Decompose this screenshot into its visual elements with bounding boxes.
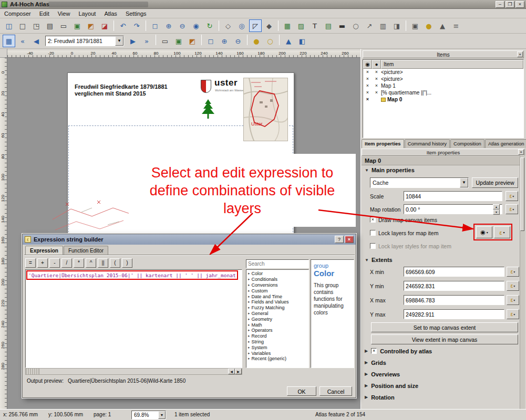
function-group-geometry[interactable]: ▸Geometry [246, 316, 308, 322]
tab-item-properties[interactable]: Item properties [362, 139, 404, 148]
map-rotation-input[interactable] [404, 204, 502, 214]
function-group-system[interactable]: ▸System [246, 344, 308, 350]
operator-button-8[interactable]: ) [122, 258, 132, 268]
item-visibility-toggle[interactable]: × [363, 82, 372, 89]
scroll-right-icon[interactable]: ▶ [235, 369, 242, 374]
item-lock-toggle[interactable]: × [372, 76, 381, 82]
minimize-button[interactable]: – [496, 1, 504, 8]
function-group-fuzzy-matching[interactable]: ▸Fuzzy Matching [246, 305, 308, 311]
section-controlled-by-atlas[interactable]: ▶×Controlled by atlas [365, 346, 520, 355]
export-atlas-as-svg-button[interactable]: ◩ [186, 35, 199, 47]
function-group-date-and-time[interactable]: ▸Date and Time [246, 293, 308, 299]
horizontal-scrollbar[interactable]: ◀ ▶ [25, 368, 242, 375]
data-defined-button[interactable]: ε▾ [507, 295, 519, 305]
zoom-full-button[interactable]: ◻ [149, 19, 161, 32]
pan-composer-button[interactable]: ◇ [222, 19, 234, 32]
scale-input[interactable] [404, 191, 502, 201]
logo-text[interactable]: uster [214, 78, 238, 88]
last-feature-button[interactable]: » [140, 35, 153, 47]
export-as-svg-button[interactable]: ◩ [85, 19, 97, 32]
y-min-input[interactable] [404, 281, 504, 291]
save-project-button[interactable]: ◫ [3, 19, 15, 32]
export-as-image-button[interactable]: ▣ [71, 19, 84, 32]
function-group-color[interactable]: ▸Color [246, 271, 308, 277]
export-atlas-as-image-button[interactable]: ▣ [172, 35, 185, 47]
raise-items-button[interactable]: ▲ [436, 19, 449, 32]
menu-atlas[interactable]: Atlas [100, 10, 121, 17]
move-item-content-button[interactable]: ◆ [263, 19, 275, 32]
main-properties-section[interactable]: ▼ Main properties [365, 167, 415, 173]
expression-editor[interactable]: 'Quartiere|Übersichtsplan 2015-06|' || k… [25, 269, 242, 368]
operator-button-3[interactable]: / [61, 258, 72, 268]
close-button[interactable]: × [515, 1, 524, 8]
map-item-thumbnail[interactable]: Uster [243, 78, 288, 141]
add-scalebar-button[interactable]: ▬ [336, 19, 348, 32]
function-group-general[interactable]: ▸General [246, 311, 308, 317]
tab-function-editor[interactable]: Function Editor [64, 246, 108, 255]
maximize-button[interactable]: ❐ [506, 1, 514, 8]
function-group-recent-generic[interactable]: ▸Recent (generic) [246, 356, 308, 362]
add-attribute-table-button[interactable]: ▥ [377, 19, 389, 32]
data-defined-button[interactable]: ε▾ [507, 267, 519, 277]
scrollbar-thumb[interactable] [520, 158, 524, 231]
function-group-conversions[interactable]: ▸Conversions [246, 282, 308, 288]
composition-manager-button[interactable]: ▤ [44, 19, 56, 32]
item-row[interactable]: ××Map 1 [363, 82, 523, 89]
x-max-input[interactable] [404, 295, 504, 305]
atlas-feature-combo[interactable]: 2: Freudwil 1879/1881 ▼ [45, 36, 124, 46]
draw-map-canvas-items-checkbox[interactable]: × [370, 217, 376, 223]
chevron-down-icon[interactable]: ▼ [115, 36, 123, 46]
operator-button-1[interactable]: + [37, 258, 48, 268]
help-button[interactable]: ? [335, 236, 344, 243]
lock-item-button[interactable]: ● [250, 35, 263, 47]
align-items-button[interactable]: ≡ [450, 19, 462, 32]
page-title-item[interactable]: Freudwil Siegfriedkarte 1879/1881 vergli… [75, 83, 168, 97]
set-to-map-canvas-extent-button[interactable]: Set to map canvas extent [371, 322, 518, 332]
menu-settings[interactable]: Settings [121, 10, 151, 17]
zoom-last-button[interactable]: ◉ [190, 19, 202, 32]
update-preview-button[interactable]: Update preview [472, 177, 518, 188]
add-html-frame-button[interactable]: ◨ [390, 19, 403, 32]
zoom-tool-button[interactable]: ◎ [235, 19, 248, 32]
item-lock-toggle[interactable]: × [372, 69, 381, 76]
function-group-fields-and-values[interactable]: ▸Fields and Values [246, 299, 308, 305]
item-lock-toggle[interactable]: × [372, 89, 381, 96]
undo-button[interactable]: ↶ [117, 19, 129, 32]
tab-atlas-generation[interactable]: Atlas generation [485, 139, 526, 148]
export-as-pdf-button[interactable]: ◪ [98, 19, 111, 32]
group-selected-button[interactable]: ◧ [296, 35, 308, 47]
add-label-button[interactable]: T [308, 19, 321, 32]
section-position-and-size[interactable]: ▶Position and size [365, 381, 520, 390]
ok-button[interactable]: OK [287, 386, 316, 396]
scroll-left-icon[interactable]: ◀ [228, 369, 235, 374]
operator-button-7[interactable]: ( [110, 258, 120, 268]
operator-button-6[interactable]: || [98, 258, 108, 268]
item-row[interactable]: ×Map 0 [363, 96, 523, 103]
select-move-item-button[interactable]: ◸ [249, 19, 262, 32]
add-legend-button[interactable]: ▤ [322, 19, 335, 32]
function-group-operators[interactable]: ▸Operators [246, 328, 308, 333]
lock-layers-checkbox[interactable] [370, 230, 376, 236]
coat-of-arms-icon[interactable] [201, 80, 211, 93]
zoom-atlas-out-button[interactable]: ⊖ [232, 35, 244, 47]
operator-button-5[interactable]: ^ [86, 258, 96, 268]
close-icon[interactable]: × [518, 149, 524, 155]
zoom-atlas-in-button[interactable]: ⊕ [218, 35, 231, 47]
first-feature-button[interactable]: « [16, 35, 29, 47]
previous-feature-button[interactable]: ◀ [30, 35, 43, 47]
item-lock-toggle[interactable]: × [372, 82, 381, 89]
data-defined-button[interactable]: ε▾ [507, 309, 519, 319]
spin-down-icon[interactable]: ▼ [493, 209, 500, 215]
print-button[interactable]: ▭ [57, 19, 70, 32]
cancel-button[interactable]: Cancel [319, 386, 352, 396]
preview-atlas-button[interactable]: ▦ [3, 35, 15, 47]
tab-command-history[interactable]: Command history [405, 139, 450, 148]
menu-layout[interactable]: Layout [74, 10, 100, 17]
new-composition-button[interactable]: □ [16, 19, 29, 32]
item-visibility-toggle[interactable]: × [363, 69, 372, 76]
scroll-track[interactable] [39, 369, 228, 374]
section-grids[interactable]: ▶Grids [365, 358, 520, 367]
visible-layers-button[interactable]: ◉▾ [476, 226, 492, 238]
zoom-combo[interactable]: 69.8% ▼ [131, 411, 166, 419]
data-defined-button[interactable]: ε▾ [507, 281, 519, 291]
